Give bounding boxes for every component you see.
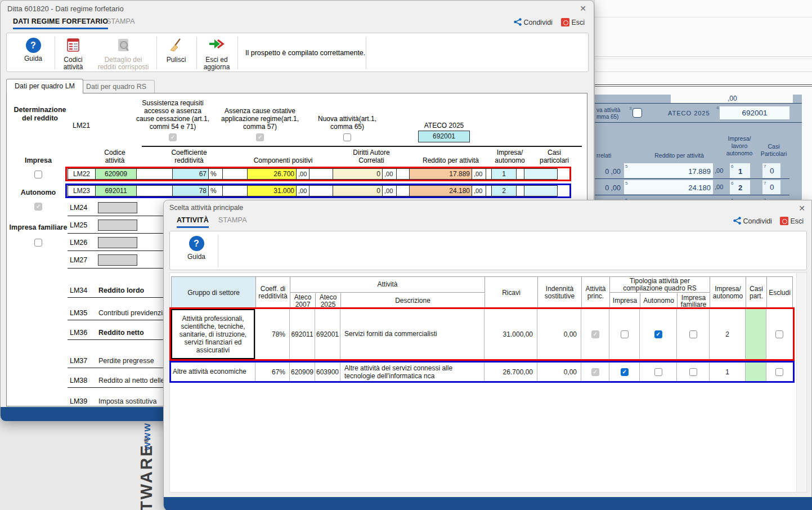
- ateco-2007-value: 692011: [290, 309, 315, 359]
- casi-particolari-value: 0: [770, 167, 774, 175]
- side-checkbox-autonomo[interactable]: [34, 203, 42, 211]
- autonomo-checkbox[interactable]: [654, 368, 662, 376]
- header-label: Impresa: [613, 297, 637, 305]
- codice-attivita-field[interactable]: 620909: [95, 168, 137, 180]
- casi-particolari-field[interactable]: [524, 185, 558, 196]
- reddito-attivita-field[interactable]: 24.180: [409, 185, 472, 196]
- header-label: Attività princ.: [585, 285, 605, 300]
- casi-part-cell[interactable]: [746, 309, 766, 359]
- pulisci-button[interactable]: Pulisci: [160, 38, 192, 64]
- coeff-value: 78%: [255, 309, 289, 359]
- esci-ed-aggiorna-button[interactable]: Esci ed aggiorna: [199, 38, 234, 71]
- impresa-autonomo-field[interactable]: 1: [491, 168, 517, 180]
- impresa-autonomo-field[interactable]: 6 1: [730, 163, 750, 178]
- indennita-value: 0,00: [537, 363, 581, 381]
- side-checkbox-impresa[interactable]: [34, 171, 42, 178]
- check1-checkbox[interactable]: [169, 133, 177, 141]
- casi-particolari-field[interactable]: 7 0: [762, 180, 780, 194]
- condividi-button[interactable]: Condividi: [514, 18, 553, 26]
- close-icon[interactable]: ✕: [797, 203, 807, 213]
- field-number-3: 3: [629, 106, 631, 111]
- ateco-2025-field[interactable]: 692001: [720, 106, 789, 119]
- autonomo-checkbox[interactable]: [654, 330, 662, 338]
- ricavi-value: 31.000,00: [484, 309, 537, 359]
- guida-button[interactable]: ? Guida: [17, 38, 50, 62]
- casi-particolari-field[interactable]: 7 0: [762, 163, 780, 178]
- empty-field-lm24[interactable]: [98, 202, 137, 213]
- gruppo-di-settore-cell[interactable]: Attività professionali, scientifiche, te…: [171, 309, 255, 359]
- decimal-suffix: ,00: [296, 185, 309, 196]
- tab-dati-regime-forfetario[interactable]: DATI REGIME FORFETARIO: [13, 17, 108, 29]
- esci-button[interactable]: Esci: [561, 18, 585, 26]
- empty-field-lm26[interactable]: [98, 237, 137, 248]
- correlati-value: 0 ,00: [595, 168, 621, 176]
- coefficiente-field[interactable]: 78: [172, 185, 209, 196]
- componenti-positivi-field[interactable]: 31.000: [247, 185, 297, 196]
- table-scrollbar[interactable]: [796, 273, 806, 492]
- empty-field-lm27[interactable]: [98, 254, 137, 266]
- nuova-attivita-checkbox[interactable]: [632, 108, 642, 118]
- codici-attivita-button[interactable]: Codici attività: [57, 38, 89, 71]
- impresa-checkbox[interactable]: [621, 368, 629, 376]
- ricavi-value: 26.700,00: [484, 363, 537, 381]
- brand-logo-text: TWARE®: [137, 448, 156, 510]
- descrizione-text: Altre attività dei servizi connessi alle…: [340, 363, 484, 381]
- esci-button[interactable]: Esci: [780, 217, 804, 225]
- reddito-attivita-field[interactable]: 17.889: [409, 168, 472, 180]
- impresa-checkbox[interactable]: [621, 330, 629, 338]
- header-autonomo: Autonomo: [640, 293, 678, 309]
- autonomo-cell: [640, 309, 677, 359]
- escludi-checkbox[interactable]: [775, 330, 783, 338]
- ricavi-cell: 31.000,00: [484, 309, 537, 359]
- casi-part-cell[interactable]: [746, 363, 766, 381]
- ateco-2025-field[interactable]: 692001: [418, 131, 470, 142]
- header-label: Attività: [377, 281, 397, 288]
- coefficiente-field[interactable]: 67: [172, 168, 209, 180]
- reddito-field[interactable]: 5 24.180: [624, 180, 713, 194]
- diritti-autore-field[interactable]: 0: [333, 168, 383, 180]
- check2-checkbox[interactable]: [256, 133, 264, 141]
- condividi-button[interactable]: Condividi: [733, 217, 772, 225]
- impresa-autonomo-field[interactable]: 6 2: [730, 180, 750, 194]
- gruppo-text: Altre attività economiche: [171, 363, 255, 381]
- tab-attivita[interactable]: ATTIVITÀ: [177, 216, 209, 228]
- impresa-familiare-checkbox[interactable]: [689, 368, 697, 376]
- impresa-autonomo-field[interactable]: 2: [491, 185, 517, 196]
- header-label: Ateco 2025: [320, 294, 337, 308]
- subtab-dati-quadro-lm[interactable]: Dati per quadro LM: [6, 79, 83, 93]
- codice-attivita-field[interactable]: 692011: [95, 185, 137, 196]
- tab-stampa[interactable]: STAMPA: [106, 17, 135, 25]
- casi-particolari-field[interactable]: [524, 168, 558, 180]
- spacer-cell: [516, 185, 524, 196]
- side-checkbox-impresa-familiare[interactable]: [34, 239, 42, 247]
- ateco-2025-value: 692001: [315, 309, 340, 359]
- row-lm22[interactable]: LM22 620909 67 % 26.700 ,00 0 ,00 17.889…: [65, 167, 571, 181]
- check3-checkbox[interactable]: [343, 133, 351, 141]
- divider: [595, 59, 812, 59]
- guida-button[interactable]: ? Guida: [180, 236, 213, 261]
- impresa-cell: [609, 363, 640, 381]
- attivita-princ-checkbox: [591, 330, 599, 338]
- activity-row-informatica[interactable]: Altre attività economiche 67% 620909 603…: [169, 361, 795, 383]
- diritti-autore-field[interactable]: 0: [333, 185, 383, 196]
- row-code-lm35: LM35: [70, 309, 87, 317]
- gruppo-text: Attività professionali, scientifiche, te…: [171, 309, 255, 359]
- header-label: Coeff. di redditività: [258, 285, 287, 300]
- toolbar-separator: [218, 235, 218, 267]
- empty-field-lm25[interactable]: [98, 220, 137, 231]
- escludi-checkbox[interactable]: [775, 368, 783, 376]
- gruppo-di-settore-cell[interactable]: Altre attività economiche: [171, 363, 255, 381]
- reddito-field[interactable]: 5 17.889: [624, 163, 713, 178]
- activity-row-commercialisti[interactable]: Attività professionali, scientifiche, te…: [169, 307, 795, 361]
- row-underline: [68, 216, 164, 216]
- impresa-familiare-checkbox[interactable]: [689, 330, 697, 338]
- componenti-positivi-field[interactable]: 26.700: [247, 168, 297, 180]
- header-ateco-2025: Ateco 2025: [316, 293, 341, 309]
- dialog-title: Scelta attività principale: [169, 204, 243, 212]
- close-icon[interactable]: ✕: [578, 3, 588, 14]
- spacer-cell: [309, 185, 333, 196]
- header-indennita-sostitutive: Indennità sostitutive: [538, 277, 582, 309]
- subtab-dati-quadro-rs[interactable]: Dati per quadro RS: [78, 80, 155, 93]
- tab-stampa[interactable]: STAMPA: [218, 216, 247, 224]
- row-lm23[interactable]: LM23 692011 78 % 31.000 ,00 0 ,00 24.180…: [65, 184, 571, 198]
